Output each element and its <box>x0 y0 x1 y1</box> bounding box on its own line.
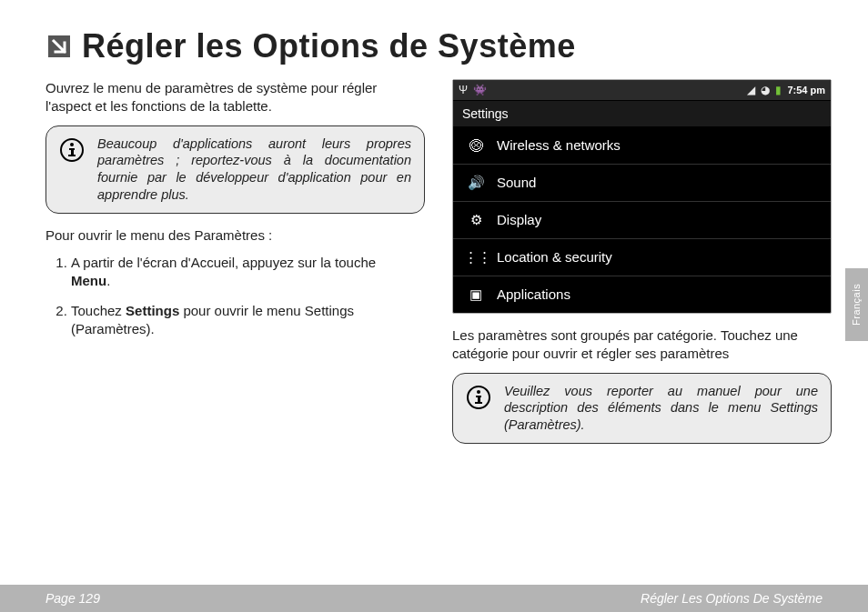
usb-icon: Ψ <box>459 83 468 97</box>
battery-icon: ▮ <box>775 83 782 97</box>
clock: 7:54 pm <box>787 84 825 97</box>
intro-text: Ouvrez le menu de paramètres de système … <box>45 79 425 116</box>
screenshot-caption: Les paramètres sont groupés par catégori… <box>452 326 832 364</box>
settings-item-label: Applications <box>497 286 570 304</box>
settings-item-location[interactable]: ⋮⋮ Location & security <box>453 238 831 276</box>
wifi-icon: ⨷ <box>464 136 488 155</box>
step-1: A partir de l'écran d'Accueil, appuyez s… <box>71 254 425 291</box>
apps-icon: ▣ <box>464 286 488 304</box>
open-menu-title: Pour ouvrir le menu des Paramètres : <box>45 226 425 245</box>
footer-section-title: Régler Les Options De Système <box>641 591 823 606</box>
svg-point-7 <box>477 390 480 394</box>
svg-point-2 <box>70 143 74 146</box>
step-2: Touchez Settings pour ouvrir le menu Set… <box>71 302 425 339</box>
android-icon: 👾 <box>473 83 487 97</box>
settings-item-label: Wireless & networks <box>497 136 621 155</box>
page-title: Régler les Options de Système <box>82 27 576 65</box>
settings-item-label: Sound <box>497 174 536 192</box>
steps-list: A partir de l'écran d'Accueil, appuyez s… <box>45 254 425 338</box>
language-tab[interactable]: Français <box>845 268 868 341</box>
info-icon <box>466 383 493 415</box>
step2-keyword: Settings <box>126 303 179 318</box>
settings-item-label: Location & security <box>497 248 612 266</box>
info-note-right: Veuillez vous reporter au manuel pour un… <box>452 373 832 445</box>
svg-rect-9 <box>478 396 480 403</box>
status-bar: Ψ 👾 ◢ ◕ ▮ 7:54 pm <box>453 80 831 100</box>
right-column: Ψ 👾 ◢ ◕ ▮ 7:54 pm Settings ⨷ Wireless & … <box>452 79 832 456</box>
document-page: Régler les Options de Système Ouvrez le … <box>0 0 868 612</box>
display-icon: ⚙ <box>464 211 488 229</box>
signal-icon: ◢ <box>747 83 755 97</box>
sound-icon: 🔊 <box>464 174 488 192</box>
settings-item-label: Display <box>497 211 541 229</box>
arrow-down-right-icon <box>45 30 73 68</box>
left-column: Ouvrez le menu de paramètres de système … <box>45 79 425 456</box>
info-note: Beaucoup d'applications auront leurs pro… <box>45 125 425 214</box>
settings-item-wireless[interactable]: ⨷ Wireless & networks <box>453 127 831 164</box>
settings-item-display[interactable]: ⚙ Display <box>453 201 831 238</box>
settings-item-applications[interactable]: ▣ Applications <box>453 276 831 313</box>
step1-keyword: Menu <box>71 273 106 288</box>
settings-list: ⨷ Wireless & networks 🔊 Sound ⚙ Display … <box>453 127 831 313</box>
svg-rect-5 <box>68 155 76 156</box>
svg-rect-10 <box>475 402 482 404</box>
svg-rect-4 <box>71 148 74 156</box>
note-text: Beaucoup d'applications auront leurs pro… <box>97 135 411 204</box>
info-icon <box>59 135 86 167</box>
settings-header: Settings <box>453 100 831 127</box>
page-number: Page 129 <box>45 591 100 606</box>
page-heading: Régler les Options de Système <box>0 0 868 72</box>
settings-screenshot: Ψ 👾 ◢ ◕ ▮ 7:54 pm Settings ⨷ Wireless & … <box>452 79 832 314</box>
location-icon: ⋮⋮ <box>464 248 488 266</box>
note-text: Veuillez vous reporter au manuel pour un… <box>504 383 818 435</box>
settings-item-sound[interactable]: 🔊 Sound <box>453 164 831 201</box>
page-footer: Page 129 Régler Les Options De Système <box>0 585 868 612</box>
wifi-status-icon: ◕ <box>761 83 770 97</box>
